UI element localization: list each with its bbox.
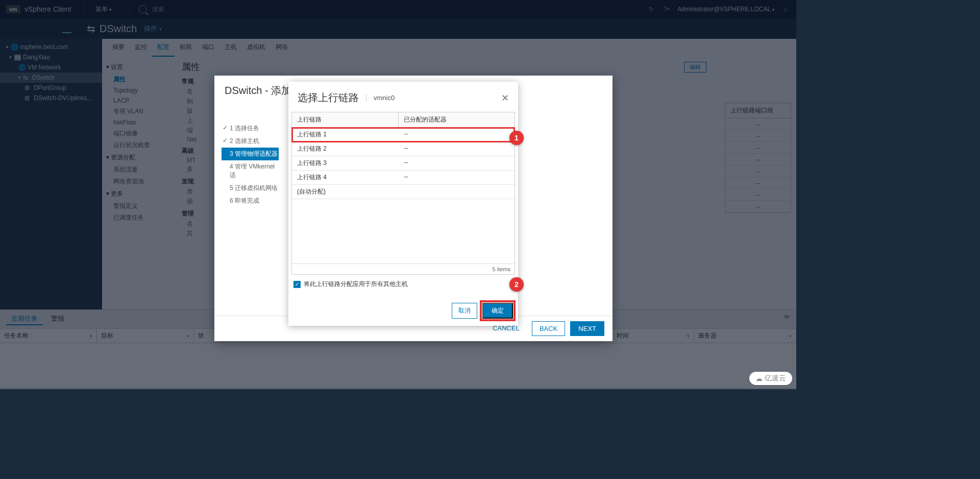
cell-uplink: (自动分配) [292,185,399,199]
th-assigned[interactable]: 已分配的适配器 [399,112,514,128]
dialog-subtitle: vmnic0 [366,94,395,102]
cell-uplink: 上行链路 2 [292,142,399,156]
cell-uplink: 上行链路 1 [292,128,399,141]
table-row[interactable]: 上行链路 3 -- [292,156,514,171]
items-count: 5 items [292,264,514,274]
dialog-title: 选择上行链路 [298,91,359,105]
wiz-step-2[interactable]: 2 选择主机 [222,135,279,148]
uplink-table: 上行链路 已分配的适配器 上行链路 1 -- 上行链路 2 -- 上行链路 3 … [291,112,515,275]
cell-assigned: -- [399,128,514,141]
wizard-steps: 1 选择任务 2 选择主机 3 管理物理适配器 4 管理 VMkernel 适 … [214,102,281,207]
table-row[interactable]: (自动分配) [292,185,514,199]
wizard-title: DSwitch - 添加 [225,84,291,98]
wiz-step-4[interactable]: 4 管理 VMkernel 适 [222,160,279,182]
checkbox-icon[interactable]: ✓ [293,281,301,288]
dialog-cancel-button[interactable]: 取消 [452,303,477,319]
watermark: ☁ 亿速云 [749,372,792,385]
table-row[interactable]: 上行链路 4 -- [292,171,514,185]
apply-all-row[interactable]: ✓ 将此上行链路分配应用于所有其他主机 [291,275,515,291]
back-button[interactable]: BACK [532,321,565,336]
select-uplink-dialog: 选择上行链路 vmnic0 ✕ 上行链路 已分配的适配器 上行链路 1 -- 上… [288,82,518,326]
cell-assigned: -- [399,171,514,184]
table-empty [292,199,514,264]
cell-uplink: 上行链路 3 [292,156,399,170]
wiz-step-3[interactable]: 3 管理物理适配器 [222,148,279,160]
th-uplink[interactable]: 上行链路 [292,112,399,128]
callout-1: 1 [509,131,524,145]
cell-assigned: -- [399,142,514,156]
checkbox-label: 将此上行链路分配应用于所有其他主机 [304,280,408,289]
next-button[interactable]: NEXT [570,321,604,336]
cell-assigned [399,185,514,199]
table-row[interactable]: 上行链路 1 -- [292,128,514,142]
cell-uplink: 上行链路 4 [292,171,399,184]
wiz-step-6[interactable]: 6 即将完成 [222,195,279,207]
close-icon[interactable]: ✕ [501,92,509,104]
wiz-step-5[interactable]: 5 迁移虚拟机网络 [222,182,279,195]
callout-2: 2 [509,277,524,292]
table-row[interactable]: 上行链路 2 -- [292,142,514,156]
cloud-icon: ☁ [755,374,763,382]
cell-assigned: -- [399,156,514,170]
dialog-ok-button[interactable]: 确定 [482,303,513,319]
wiz-step-1[interactable]: 1 选择任务 [222,122,279,135]
